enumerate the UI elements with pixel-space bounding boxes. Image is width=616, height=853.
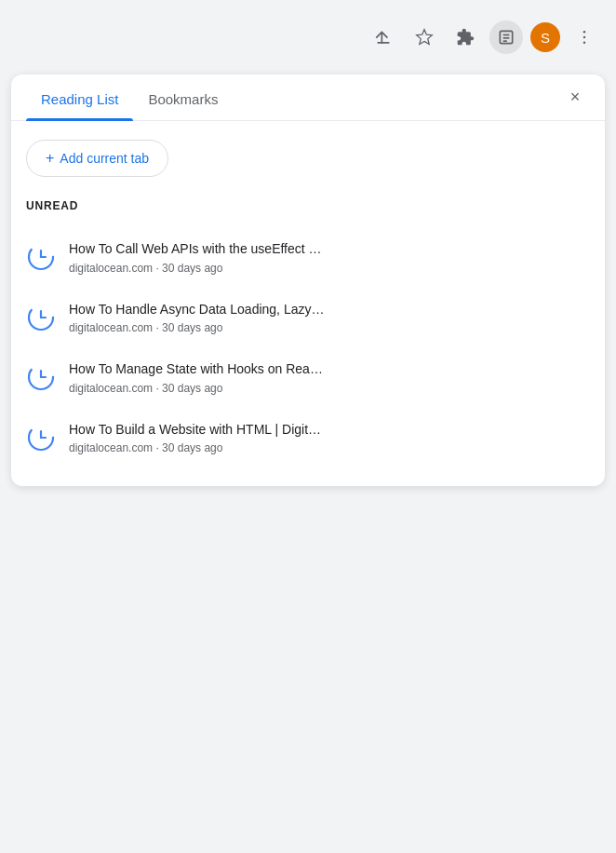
reading-item-title: How To Call Web APIs with the useEffect …	[69, 240, 590, 259]
tab-bookmarks[interactable]: Bookmarks	[133, 74, 233, 120]
tab-reading-list[interactable]: Reading List	[26, 74, 133, 120]
reading-item-icon	[26, 362, 56, 392]
svg-rect-0	[377, 42, 389, 44]
reading-item-text: How To Manage State with Hooks on Rea… d…	[69, 360, 590, 395]
reading-item-title: How To Manage State with Hooks on Rea…	[69, 360, 590, 379]
profile-initial: S	[541, 30, 550, 46]
reading-item-title: How To Handle Async Data Loading, Lazy…	[69, 301, 590, 319]
panel-tabs-header: Reading List Bookmarks ×	[11, 74, 605, 121]
side-panel: Reading List Bookmarks × + Add current t…	[11, 74, 605, 486]
reading-list-items: How To Call Web APIs with the useEffect …	[26, 227, 590, 467]
reading-item-icon	[26, 423, 56, 453]
reading-item-text: How To Handle Async Data Loading, Lazy… …	[69, 301, 590, 335]
reading-list-toggle-icon[interactable]	[489, 20, 523, 54]
svg-point-6	[583, 36, 586, 39]
reading-item-title: How To Build a Website with HTML | Digit…	[69, 421, 590, 440]
reading-item-meta: digitalocean.com · 30 days ago	[69, 441, 590, 454]
unread-section-label: UNREAD	[26, 199, 590, 212]
svg-rect-2	[503, 34, 510, 36]
more-options-icon[interactable]	[568, 20, 601, 54]
star-icon[interactable]	[408, 20, 441, 54]
reading-item-meta: digitalocean.com · 30 days ago	[69, 321, 590, 334]
reading-item-meta: digitalocean.com · 30 days ago	[69, 382, 590, 395]
reading-item[interactable]: How To Manage State with Hooks on Rea… d…	[26, 347, 590, 408]
reading-item[interactable]: How To Build a Website with HTML | Digit…	[26, 408, 590, 468]
reading-item-text: How To Call Web APIs with the useEffect …	[69, 240, 590, 275]
add-current-tab-button[interactable]: + Add current tab	[26, 140, 168, 177]
profile-avatar[interactable]: S	[530, 22, 560, 52]
extensions-icon[interactable]	[449, 20, 482, 54]
browser-toolbar: S	[0, 0, 616, 74]
reading-item-icon	[26, 242, 56, 272]
reading-item[interactable]: How To Handle Async Data Loading, Lazy… …	[26, 288, 590, 348]
share-icon[interactable]	[367, 20, 400, 54]
reading-item-icon	[26, 303, 56, 332]
panel-content: + Add current tab UNREAD How To Call Web…	[11, 121, 605, 486]
svg-rect-3	[503, 37, 510, 39]
svg-point-7	[583, 42, 586, 45]
svg-point-5	[583, 31, 586, 34]
reading-item-text: How To Build a Website with HTML | Digit…	[69, 421, 590, 455]
panel-close-button[interactable]: ×	[560, 83, 590, 113]
reading-item-meta: digitalocean.com · 30 days ago	[69, 262, 590, 275]
svg-rect-4	[503, 40, 507, 42]
plus-icon: +	[46, 150, 54, 167]
reading-item[interactable]: How To Call Web APIs with the useEffect …	[26, 227, 590, 288]
